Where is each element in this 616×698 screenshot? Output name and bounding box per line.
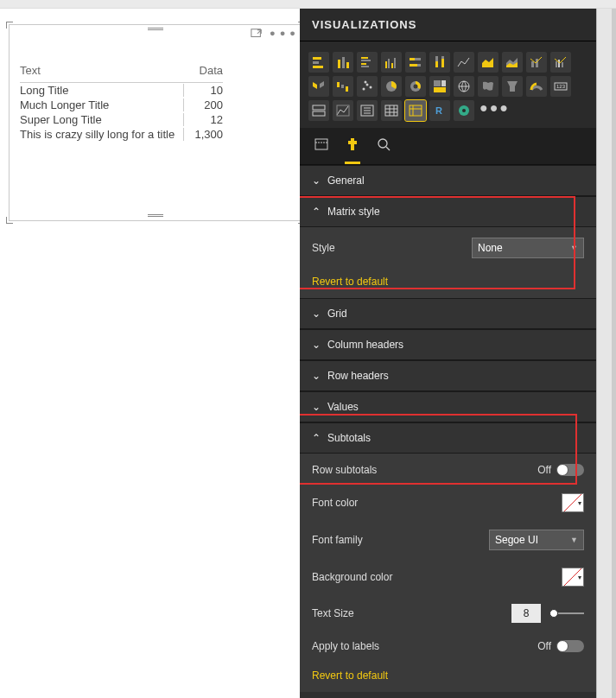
line-stacked-column-icon[interactable] — [526, 52, 547, 73]
donut-chart-icon[interactable] — [405, 76, 426, 97]
chevron-down-icon: ⌄ — [312, 370, 321, 382]
apply-to-labels-toggle[interactable]: Off — [537, 640, 584, 652]
gauge-icon[interactable] — [526, 76, 547, 97]
ribbon-chart-icon[interactable] — [308, 76, 329, 97]
filled-map-icon[interactable] — [478, 76, 499, 97]
matrix-visual-frame[interactable]: ● ● ● Text Data Long Title10Much Longer … — [9, 24, 302, 221]
hundred-stacked-column-icon[interactable] — [429, 52, 450, 73]
format-tab[interactable] — [345, 136, 360, 164]
scatter-chart-icon[interactable] — [357, 76, 378, 97]
text-size-slider[interactable] — [549, 607, 584, 619]
clustered-column-chart-icon[interactable] — [381, 52, 402, 73]
funnel-chart-icon[interactable] — [502, 76, 523, 97]
line-chart-icon[interactable] — [454, 52, 474, 73]
table-row[interactable]: Long Title10 — [20, 83, 223, 98]
format-sections: ⌄ General ⌃ Matrix style Style None ▼ Re… — [300, 165, 596, 698]
svg-rect-45 — [313, 111, 325, 116]
revert-to-default-link[interactable]: Revert to default — [312, 661, 584, 690]
card-icon[interactable]: 123 — [550, 76, 571, 97]
drag-handle-top[interactable] — [148, 28, 163, 31]
clustered-bar-chart-icon[interactable] — [357, 52, 378, 73]
waterfall-chart-icon[interactable] — [333, 76, 353, 97]
chevron-down-icon: ▼ — [570, 244, 578, 252]
row-subtotals-toggle[interactable]: Off — [537, 464, 584, 476]
fields-tab[interactable] — [314, 136, 329, 164]
chevron-down-icon: ▼ — [570, 536, 578, 544]
multi-row-card-icon[interactable] — [308, 100, 329, 121]
table-row[interactable]: This is crazy silly long for a title1,30… — [20, 127, 223, 142]
chevron-down-icon: ⌄ — [312, 308, 321, 320]
collapsed-filters-pane[interactable] — [596, 9, 612, 698]
analytics-tab[interactable] — [376, 136, 391, 164]
section-column-headers[interactable]: ⌄ Column headers — [300, 329, 596, 360]
section-values[interactable]: ⌄ Values — [300, 391, 596, 422]
section-general[interactable]: ⌄ General — [300, 165, 596, 196]
treemap-icon[interactable] — [429, 76, 450, 97]
table-row[interactable]: Much Longer Title200 — [20, 98, 223, 112]
import-visual-icon[interactable]: ●●● — [478, 100, 511, 121]
svg-rect-48 — [385, 105, 397, 116]
svg-rect-53 — [315, 139, 327, 149]
svg-rect-1 — [313, 57, 321, 60]
pane-title: VISUALIZATIONS — [312, 18, 416, 31]
background-color-picker[interactable]: ▾ — [562, 568, 584, 587]
svg-rect-5 — [342, 57, 345, 68]
style-label: Style — [312, 242, 335, 254]
section-subtotals[interactable]: ⌃ Subtotals — [300, 422, 596, 454]
line-clustered-column-icon[interactable] — [550, 52, 571, 73]
svg-rect-16 — [410, 58, 415, 60]
svg-point-34 — [365, 81, 367, 84]
focus-mode-icon[interactable] — [251, 28, 263, 42]
row-subtotals-label: Row subtotals — [312, 464, 377, 476]
svg-rect-29 — [341, 85, 344, 88]
svg-rect-7 — [361, 57, 368, 59]
font-family-select[interactable]: Segoe UI ▼ — [489, 530, 584, 550]
text-size-input[interactable]: 8 — [511, 604, 541, 623]
svg-rect-26 — [558, 60, 560, 67]
svg-point-31 — [363, 88, 365, 91]
section-matrix-style[interactable]: ⌃ Matrix style — [300, 196, 596, 227]
svg-rect-44 — [313, 105, 325, 110]
svg-rect-3 — [313, 66, 323, 68]
svg-point-32 — [366, 84, 369, 86]
chevron-down-icon: ⌄ — [312, 339, 321, 351]
svg-rect-18 — [410, 64, 417, 67]
font-color-picker[interactable]: ▾ — [562, 493, 584, 512]
revert-to-default-link[interactable]: Revert to default — [312, 267, 584, 296]
column-header-data[interactable]: Data — [184, 64, 223, 77]
stacked-bar-chart-icon[interactable] — [308, 52, 329, 73]
svg-rect-22 — [441, 59, 444, 67]
svg-rect-25 — [556, 61, 557, 67]
matrix-icon[interactable] — [405, 100, 426, 121]
arcgis-map-icon[interactable] — [454, 100, 474, 121]
svg-point-33 — [370, 86, 372, 89]
report-canvas[interactable]: ● ● ● Text Data Long Title10Much Longer … — [0, 9, 315, 698]
visualizations-pane: VISUALIZATIONS 123 R ●●● — [300, 9, 596, 698]
pie-chart-icon[interactable] — [381, 76, 402, 97]
stacked-area-chart-icon[interactable] — [502, 52, 523, 73]
svg-rect-4 — [338, 60, 340, 68]
table-icon[interactable] — [381, 100, 402, 121]
svg-rect-39 — [441, 80, 446, 86]
map-icon[interactable] — [454, 76, 474, 97]
chevron-up-icon: ⌃ — [312, 432, 321, 444]
r-visual-icon[interactable]: R — [429, 100, 450, 121]
more-options-icon[interactable]: ● ● ● — [270, 28, 296, 42]
section-row-headers[interactable]: ⌄ Row headers — [300, 360, 596, 391]
table-row[interactable]: Super Long Title12 — [20, 112, 223, 127]
style-select[interactable]: None ▼ — [472, 238, 584, 258]
matrix-visual: Text Data Long Title10Much Longer Title2… — [20, 64, 223, 142]
column-header-text[interactable]: Text — [20, 64, 184, 77]
section-grid[interactable]: ⌄ Grid — [300, 298, 596, 329]
svg-rect-10 — [361, 66, 369, 67]
slicer-icon[interactable] — [357, 100, 378, 121]
svg-rect-28 — [337, 82, 340, 87]
stacked-column-chart-icon[interactable] — [333, 52, 353, 73]
svg-rect-40 — [434, 87, 446, 92]
pane-tabs — [300, 128, 596, 165]
hundred-stacked-bar-icon[interactable] — [405, 52, 426, 73]
kpi-icon[interactable] — [333, 100, 353, 121]
area-chart-icon[interactable] — [478, 52, 499, 73]
drag-handle-bottom[interactable] — [148, 214, 163, 218]
apply-to-labels-label: Apply to labels — [312, 640, 379, 652]
